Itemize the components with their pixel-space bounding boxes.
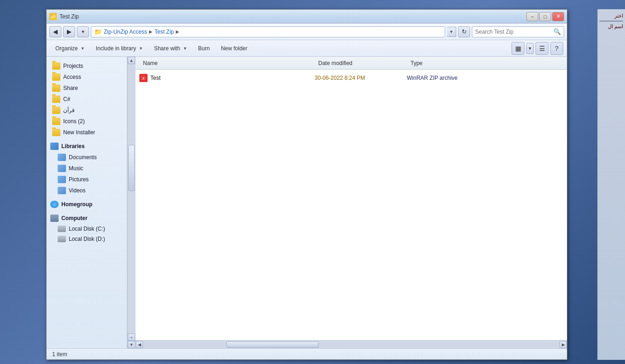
file-area: Name Date modified Type Z: [136, 57, 567, 348]
h-scroll-thumb[interactable]: [226, 341, 319, 348]
breadcrumb-part2[interactable]: Test Zip: [155, 29, 174, 35]
sidebar-label-pictures: Pictures: [69, 176, 89, 183]
zip-file-icon: Z: [139, 74, 148, 82]
table-row[interactable]: Z Test 30-06-2022 8:24 PM WinRAR ZIP arc…: [136, 72, 567, 84]
file-list: Z Test 30-06-2022 8:24 PM WinRAR ZIP arc…: [136, 70, 567, 340]
h-scroll-left-arrow[interactable]: ◀: [136, 341, 143, 348]
folder-icon-new-installer: [52, 129, 60, 136]
sidebar-computer-header[interactable]: Computer: [47, 212, 127, 224]
new-folder-button[interactable]: New folder: [216, 42, 252, 55]
search-bar[interactable]: 🔍: [472, 26, 564, 37]
details-view-button[interactable]: ☰: [536, 42, 548, 55]
sidebar-homegroup-label: Homegroup: [61, 201, 92, 208]
sidebar-item-pictures[interactable]: Pictures: [47, 174, 127, 185]
right-panel: اختر اسم ال: [597, 9, 625, 360]
disk-d-icon: [58, 236, 66, 242]
toolbar: Organize ▼ Include in library ▼ Share wi…: [47, 40, 567, 57]
breadcrumb[interactable]: 📁 Zip-UnZip Access ▶ Test Zip ▶: [91, 26, 445, 37]
sidebar-label-music: Music: [69, 165, 83, 172]
file-type-cell: WinRAR ZIP archive: [407, 75, 490, 81]
h-scroll-right-arrow[interactable]: ▶: [560, 341, 567, 348]
main-area: Projects Access Share C# قرآن Icons (2): [47, 57, 567, 348]
sidebar-item-access[interactable]: Access: [47, 72, 127, 83]
scroll-thumb[interactable]: [128, 145, 135, 191]
dropdown-button[interactable]: ▼: [77, 26, 89, 37]
sidebar-item-videos[interactable]: Videos: [47, 185, 127, 196]
burn-label: Burn: [198, 45, 210, 52]
view-dropdown-button[interactable]: ▼: [526, 43, 534, 54]
share-with-button[interactable]: Share with ▼: [149, 42, 192, 55]
sidebar-label-projects: Projects: [63, 63, 83, 69]
col-header-date[interactable]: Date modified: [315, 60, 407, 66]
toolbar-right: ▦ ▼ ☰ ?: [512, 42, 563, 55]
sidebar-item-share[interactable]: Share: [47, 83, 127, 94]
organize-label: Organize: [55, 45, 78, 52]
h-scroll-track[interactable]: [143, 341, 560, 348]
window-icon: 📁: [49, 13, 57, 20]
disk-c-icon: [58, 226, 66, 232]
sidebar-libraries-header[interactable]: Libraries: [47, 140, 127, 152]
sidebar-item-csharp[interactable]: C#: [47, 94, 127, 105]
sidebar-label-documents: Documents: [69, 154, 97, 161]
sidebar-label-videos: Videos: [69, 187, 85, 194]
burn-button[interactable]: Burn: [193, 42, 215, 55]
folder-icon-access: [52, 73, 60, 81]
sidebar-item-disk-d[interactable]: Local Disk (D:): [47, 234, 127, 244]
search-icon: 🔍: [554, 28, 561, 35]
back-button[interactable]: ◀: [49, 26, 61, 37]
view-toggle-button[interactable]: ▦: [512, 42, 524, 55]
sidebar-item-new-installer[interactable]: New Installer: [47, 127, 127, 138]
sidebar-libraries-label: Libraries: [61, 143, 85, 149]
folder-icon-share: [52, 84, 60, 92]
sidebar-computer-label: Computer: [61, 215, 88, 221]
sidebar-scrollbar[interactable]: ▲ ≡ ▼: [127, 57, 136, 348]
svg-text:Z: Z: [143, 77, 144, 80]
libraries-icon: [50, 143, 59, 150]
folder-icon-small: 📁: [94, 28, 102, 36]
status-text: 1 item: [52, 351, 67, 358]
breadcrumb-sep2: ▶: [176, 29, 179, 34]
minimize-button[interactable]: −: [526, 12, 538, 21]
sidebar-label-access: Access: [63, 74, 81, 80]
share-with-label: Share with: [154, 45, 180, 52]
explorer-window: 📁 Test Zip − □ ✕ ◀ ▶ ▼ 📁 Zip-UnZip Acces…: [46, 9, 567, 360]
scroll-down-arrow[interactable]: ▼: [128, 341, 135, 348]
title-bar: 📁 Test Zip − □ ✕: [47, 10, 567, 24]
folder-icon-csharp: [52, 95, 60, 103]
sidebar-item-quran[interactable]: قرآن: [47, 105, 127, 116]
file-name-cell: Z Test: [139, 74, 315, 82]
breadcrumb-sep1: ▶: [149, 29, 153, 34]
refresh-button[interactable]: ↻: [458, 26, 470, 37]
include-in-library-button[interactable]: Include in library ▼: [91, 42, 148, 55]
sidebar-item-disk-c[interactable]: Local Disk (C:): [47, 224, 127, 234]
sidebar-item-icons[interactable]: Icons (2): [47, 116, 127, 127]
sidebar-label-new-installer: New Installer: [63, 129, 95, 136]
sidebar-item-documents[interactable]: Documents: [47, 152, 127, 163]
computer-icon: [50, 215, 59, 222]
videos-icon: [58, 187, 66, 194]
folder-icon-projects: [52, 62, 60, 70]
share-dropdown-icon: ▼: [183, 46, 187, 51]
search-input[interactable]: [475, 29, 552, 35]
maximize-button[interactable]: □: [539, 12, 551, 21]
horizontal-scrollbar[interactable]: ◀ ▶: [136, 340, 567, 348]
scroll-mid-arrow[interactable]: ≡: [128, 334, 135, 341]
sidebar-item-music[interactable]: Music: [47, 163, 127, 174]
homegroup-icon: [50, 201, 59, 208]
breadcrumb-dropdown[interactable]: ▼: [447, 27, 456, 37]
col-header-name[interactable]: Name: [139, 60, 315, 66]
sidebar-label-quran: قرآن: [63, 107, 75, 113]
scroll-track[interactable]: [128, 64, 135, 334]
organize-button[interactable]: Organize ▼: [50, 42, 90, 55]
help-button[interactable]: ?: [550, 42, 563, 55]
sidebar-item-projects[interactable]: Projects: [47, 60, 127, 72]
sidebar-homegroup-header[interactable]: Homegroup: [47, 198, 127, 210]
title-bar-left: 📁 Test Zip: [49, 13, 79, 20]
scroll-up-arrow[interactable]: ▲: [128, 57, 135, 64]
forward-button[interactable]: ▶: [63, 26, 75, 37]
col-header-type[interactable]: Type: [407, 60, 490, 66]
include-in-library-label: Include in library: [96, 45, 136, 52]
close-button[interactable]: ✕: [552, 12, 564, 21]
folder-icon-quran: [52, 107, 60, 114]
breadcrumb-part1[interactable]: Zip-UnZip Access: [104, 29, 147, 35]
